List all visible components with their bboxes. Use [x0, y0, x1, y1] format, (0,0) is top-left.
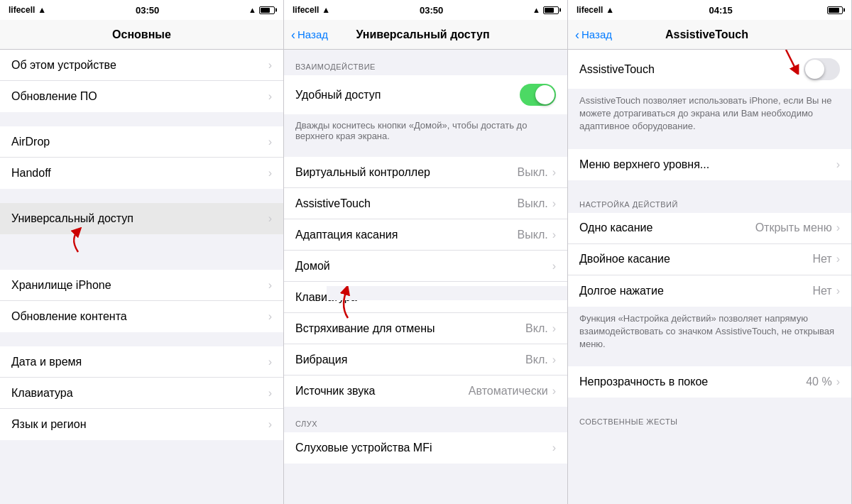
status-bar-1: lifecell ▲ 03:50 ▲: [0, 0, 283, 20]
time-1: 03:50: [136, 5, 159, 16]
item-menu-top-level[interactable]: Меню верхнего уровня... ›: [568, 149, 851, 180]
item-ob-ustroystve[interactable]: Об этом устройстве ›: [0, 50, 283, 81]
section-header-actions: НАСТРОЙКА ДЕЙСТВИЙ: [568, 187, 851, 213]
panel-universal-dostup: lifecell ▲ 03:50 ▲ ‹ Назад Универсальный…: [284, 0, 568, 504]
item-airdrop[interactable]: AirDrop ›: [0, 126, 283, 158]
item-klaviatura-2[interactable]: Клавиатура ›: [284, 282, 567, 313]
chevron-icon: ›: [268, 387, 272, 400]
nav-title-1: Основные: [112, 28, 171, 41]
section-header-vzaimodeystvie: ВЗАИМОДЕЙСТВИЕ: [284, 50, 567, 75]
chevron-icon: ›: [268, 136, 272, 148]
item-neprozrachnost[interactable]: Непрозрачность в покое 40 % ›: [568, 366, 851, 398]
back-button-2[interactable]: ‹ Назад: [291, 28, 328, 41]
status-right-2: ▲: [532, 6, 559, 14]
panel-osnovy: lifecell ▲ 03:50 ▲ Основные Об этом устр…: [0, 0, 284, 504]
battery-fill-3: [829, 8, 839, 13]
chevron-icon: ›: [552, 354, 556, 366]
signal-icon-2: ▲: [322, 5, 330, 15]
chevron-icon: ›: [552, 166, 556, 179]
item-handoff[interactable]: Handoff ›: [0, 158, 283, 189]
toggle-assistivetouch[interactable]: [804, 58, 840, 80]
item-domoy[interactable]: Домой ›: [284, 251, 567, 282]
battery-fill-2: [545, 8, 554, 13]
settings-group-4: Хранилище iPhone › Обновление контента ›: [0, 270, 283, 332]
time-3: 04:15: [709, 5, 733, 16]
red-arrow-1: [57, 227, 99, 256]
content-3: AssistiveTouch AssistiveTouch позволяет …: [568, 50, 851, 504]
item-assistivetouch[interactable]: AssistiveTouch Выкл. ›: [284, 188, 567, 219]
settings-group-2: AirDrop › Handoff ›: [0, 126, 283, 189]
item-istochnik-zvuka[interactable]: Источник звука Автоматически ›: [284, 376, 567, 407]
back-label-3: Назад: [581, 28, 612, 40]
chevron-icon: ›: [552, 291, 556, 304]
battery-fill-1: [261, 8, 270, 13]
battery-icon-2: [543, 6, 559, 14]
item-dolgoe-nazhatiye[interactable]: Долгое нажатие Нет ›: [568, 275, 851, 307]
status-left-2: lifecell ▲: [293, 5, 330, 15]
toggle-udobny-dostup[interactable]: [520, 84, 556, 106]
item-virtualny-kontroller[interactable]: Виртуальный контроллер Выкл. ›: [284, 157, 567, 188]
item-obnovlenie-kontenta[interactable]: Обновление контента ›: [0, 301, 283, 332]
nav-bar-3: ‹ Назад AssistiveTouch: [568, 20, 851, 50]
status-bar-3: lifecell ▲ 04:15: [568, 0, 851, 20]
panel-assistivetouch: lifecell ▲ 04:15 ‹ Назад AssistiveTouch …: [568, 0, 852, 504]
chevron-icon: ›: [268, 418, 272, 431]
settings-group-at-top: AssistiveTouch: [568, 50, 851, 89]
nav-bar-1: Основные: [0, 20, 283, 50]
chevron-icon: ›: [268, 212, 272, 225]
chevron-icon: ›: [552, 197, 556, 210]
carrier-label-2: lifecell: [293, 5, 319, 15]
item-vibraciya[interactable]: Вибрация Вкл. ›: [284, 344, 567, 376]
status-left-1: lifecell ▲: [9, 5, 46, 15]
carrier-label-1: lifecell: [9, 5, 35, 15]
back-chevron-3: ‹: [575, 28, 579, 41]
assistivetouch-description: AssistiveTouch позволяет использовать iP…: [568, 89, 851, 142]
back-chevron-2: ‹: [291, 28, 295, 41]
status-left-3: lifecell ▲: [577, 5, 614, 15]
item-assistivetouch-toggle[interactable]: AssistiveTouch: [568, 50, 851, 89]
item-obnovlenie-po[interactable]: Обновление ПО ›: [0, 81, 283, 112]
item-odno-kasanie[interactable]: Одно касание Открыть меню ›: [568, 213, 851, 244]
item-udobny-dostup[interactable]: Удобный доступ: [284, 75, 567, 114]
battery-icon-1: [259, 6, 275, 14]
item-adaptaciya-kasaniya[interactable]: Адаптация касания Выкл. ›: [284, 219, 567, 251]
status-right-1: ▲: [248, 6, 275, 14]
chevron-icon: ›: [836, 376, 840, 388]
annotation-area-1: [0, 234, 283, 256]
item-dvoynoe-kasanie[interactable]: Двойное касание Нет ›: [568, 244, 851, 275]
chevron-icon: ›: [268, 59, 272, 72]
chevron-icon: ›: [836, 253, 840, 265]
settings-group-5: Дата и время › Клавиатура › Язык и регио…: [0, 346, 283, 440]
back-button-3[interactable]: ‹ Назад: [575, 28, 612, 41]
settings-group-menu: Меню верхнего уровня... ›: [568, 149, 851, 180]
chevron-icon: ›: [268, 356, 272, 368]
nav-title-2: Универсальный доступ: [356, 28, 489, 41]
settings-group-opacity: Непрозрачность в покое 40 % ›: [568, 366, 851, 398]
chevron-icon: ›: [268, 167, 272, 180]
signal-icon-3: ▲: [606, 5, 614, 15]
udobny-dostup-description: Дважды коснитесь кнопки «Домой», чтобы д…: [284, 114, 567, 150]
item-universalny-dostup[interactable]: Универсальный доступ ›: [0, 203, 283, 234]
item-khranilische[interactable]: Хранилище iPhone ›: [0, 270, 283, 301]
item-data-vremya[interactable]: Дата и время ›: [0, 346, 283, 378]
item-slukhovye[interactable]: Слуховые устройства MFi ›: [284, 432, 567, 464]
status-right-3: [827, 6, 843, 14]
chevron-icon: ›: [268, 310, 272, 323]
item-klaviatura[interactable]: Клавиатура ›: [0, 378, 283, 409]
item-vstryakhivanie[interactable]: Встряхивание для отмены Вкл. ›: [284, 313, 567, 344]
settings-group-slukh: Слуховые устройства MFi ›: [284, 432, 567, 464]
content-1: Об этом устройстве › Обновление ПО › Air…: [0, 50, 283, 504]
item-yazyk-region[interactable]: Язык и регион ›: [0, 409, 283, 440]
chevron-icon: ›: [552, 385, 556, 398]
chevron-icon: ›: [836, 158, 840, 171]
nav-title-3: AssistiveTouch: [665, 28, 748, 41]
chevron-icon: ›: [552, 260, 556, 273]
toggle-knob-at: [805, 60, 824, 79]
signal-icon-1: ▲: [38, 5, 46, 15]
back-label-2: Назад: [297, 28, 328, 40]
carrier-label-3: lifecell: [577, 5, 603, 15]
battery-icon-3: [827, 6, 843, 14]
time-2: 03:50: [420, 5, 443, 16]
section-header-slukh: СЛУХ: [284, 407, 567, 432]
chevron-icon: ›: [836, 285, 840, 297]
